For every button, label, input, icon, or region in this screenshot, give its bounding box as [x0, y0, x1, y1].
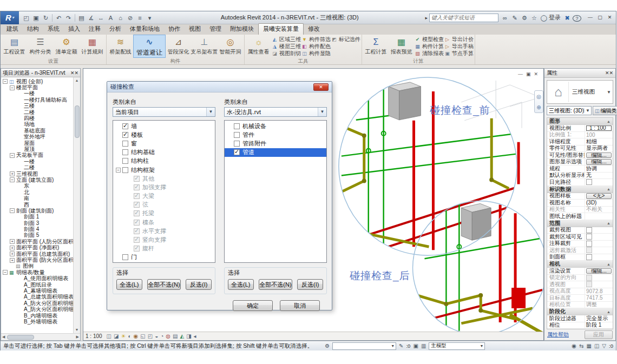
- ribbon-button[interactable]: 管道避让: [134, 35, 165, 57]
- ribbon-button[interactable]: 计算规则: [80, 35, 105, 56]
- category-row[interactable]: 门: [113, 253, 215, 262]
- checkbox[interactable]: [234, 149, 240, 155]
- category-row[interactable]: 竖向支撑: [113, 235, 215, 244]
- category-row[interactable]: 水平支撑: [113, 227, 215, 235]
- tree-item[interactable]: 一楼灯具辅助标高: [1, 97, 73, 103]
- ribbon-item[interactable]: 清除报表: [415, 50, 444, 57]
- category-row[interactable]: 腹杆: [113, 244, 215, 253]
- property-value[interactable]: 9072.8: [585, 288, 613, 294]
- selection-filter-icon[interactable]: ▽: [602, 343, 606, 349]
- collapse-icon[interactable]: ▲: [607, 310, 611, 314]
- left-source-dropdown[interactable]: 当前项目 ▼: [113, 107, 215, 117]
- open-icon[interactable]: [22, 13, 31, 23]
- chevron-down-icon[interactable]: ▼: [584, 108, 591, 113]
- tree-item[interactable]: 一楼: [1, 158, 73, 164]
- dimension-icon[interactable]: [96, 13, 106, 23]
- favorites-icon[interactable]: [530, 14, 539, 22]
- ribbon-button[interactable]: 桥架配线: [108, 35, 133, 56]
- category-row[interactable]: 加强支撑: [113, 183, 215, 191]
- property-row[interactable]: 裁剪区域可见: [547, 234, 613, 241]
- tree-item[interactable]: 屋面: [1, 140, 73, 146]
- category-row[interactable]: 窗: [113, 139, 215, 148]
- checkbox[interactable]: [122, 123, 128, 129]
- select-none-button[interactable]: 全部不选(N): [259, 279, 293, 290]
- property-value[interactable]: [585, 179, 613, 185]
- search-caret-icon[interactable]: ▸: [425, 15, 428, 21]
- category-row[interactable]: −结构框架: [113, 166, 215, 174]
- reveal-hidden-icon[interactable]: [166, 333, 170, 340]
- expander-icon[interactable]: −: [10, 85, 15, 90]
- binoculars-icon[interactable]: [501, 14, 509, 22]
- property-value[interactable]: [585, 234, 613, 240]
- expander-icon[interactable]: −: [10, 153, 15, 158]
- property-value[interactable]: 阶段 1: [585, 321, 613, 329]
- category-row[interactable]: 结构基础: [113, 148, 215, 157]
- sync-icon[interactable]: [41, 13, 50, 23]
- checkbox[interactable]: [134, 228, 140, 234]
- checkbox[interactable]: [134, 193, 140, 199]
- expander-icon[interactable]: −: [10, 177, 15, 182]
- temp-hide-icon[interactable]: [160, 333, 163, 340]
- invert-selection-button[interactable]: 反选(I): [297, 279, 323, 290]
- ribbon-item[interactable]: 构件计算: [415, 43, 444, 50]
- property-value[interactable]: [585, 247, 613, 253]
- category-row[interactable]: 其他: [113, 174, 215, 183]
- close-icon[interactable]: [605, 14, 614, 22]
- close-icon[interactable]: ✕: [70, 70, 78, 76]
- category-row[interactable]: 檩条: [113, 218, 215, 227]
- print-icon[interactable]: [77, 13, 86, 23]
- ribbon-item[interactable]: 构件显隐: [301, 50, 331, 57]
- redo-icon[interactable]: [64, 13, 73, 23]
- property-value[interactable]: 不相关: [585, 206, 613, 213]
- property-row[interactable]: 视点高度9072.8: [547, 288, 613, 295]
- property-row[interactable]: 渲染设置编辑...: [547, 268, 613, 275]
- checkbox[interactable]: [134, 237, 140, 243]
- expander-icon[interactable]: +: [10, 258, 15, 263]
- category-row[interactable]: 结构柱: [113, 157, 215, 166]
- expander-icon[interactable]: −: [3, 270, 8, 275]
- ribbon-item[interactable]: 标记选件: [331, 36, 360, 43]
- checkbox[interactable]: [134, 210, 140, 216]
- select-none-button[interactable]: 全部不选(N): [147, 279, 181, 290]
- ribbon-button[interactable]: 支吊架布置: [192, 35, 217, 56]
- checkbox[interactable]: [234, 123, 240, 129]
- checkbox[interactable]: [234, 132, 240, 138]
- expander-icon[interactable]: −: [3, 79, 8, 84]
- group-header[interactable]: 图形▲: [547, 118, 613, 125]
- property-row[interactable]: 相位阶段 1: [547, 322, 613, 329]
- signin-label[interactable]: 登录: [549, 14, 561, 22]
- category-row[interactable]: 管件: [225, 130, 326, 139]
- group-header[interactable]: 范围▲: [547, 220, 613, 227]
- chevron-down-icon[interactable]: ▼: [607, 90, 613, 95]
- tree-item[interactable]: 东: [1, 183, 73, 189]
- search-input[interactable]: [429, 14, 498, 22]
- tree-item[interactable]: 二楼: [1, 109, 73, 115]
- category-row[interactable]: 大梁: [113, 192, 215, 201]
- scroll-up-icon[interactable]: ▲: [75, 77, 79, 84]
- property-value[interactable]: [585, 275, 613, 281]
- pencil-icon[interactable]: [510, 14, 519, 22]
- thin-lines-icon[interactable]: [135, 13, 145, 23]
- collapse-icon[interactable]: ▲: [607, 120, 611, 123]
- property-row[interactable]: 零件可见性显示两者: [547, 145, 613, 153]
- view-close-icon[interactable]: ✕: [534, 71, 539, 77]
- expander-icon[interactable]: +: [10, 252, 15, 256]
- checkbox[interactable]: [122, 149, 128, 155]
- view-minimize-icon[interactable]: —: [518, 71, 523, 77]
- ribbon-button[interactable]: 管段深化: [166, 35, 191, 56]
- displace-icon[interactable]: [186, 333, 191, 340]
- property-row[interactable]: 注释裁剪: [547, 241, 613, 248]
- property-row[interactable]: 默认分析显示样...无: [547, 173, 613, 180]
- exclude-options-icon[interactable]: ◉: [572, 343, 576, 349]
- tree-item[interactable]: 室外地坪: [1, 134, 73, 140]
- ribbon-tab[interactable]: 附加模块: [226, 24, 258, 35]
- scroll-left-icon[interactable]: ◀: [2, 335, 5, 339]
- checkbox[interactable]: [122, 132, 128, 138]
- ribbon-tab[interactable]: 视图: [185, 24, 205, 35]
- minimize-icon[interactable]: [586, 14, 595, 22]
- steering-wheel-icon[interactable]: ◎: [536, 94, 541, 100]
- workset-icon[interactable]: [520, 14, 529, 22]
- ribbon-button[interactable]: 报表预览: [389, 35, 414, 56]
- ribbon-tab[interactable]: 体量和场地: [126, 24, 164, 35]
- checkbox[interactable]: [234, 141, 240, 147]
